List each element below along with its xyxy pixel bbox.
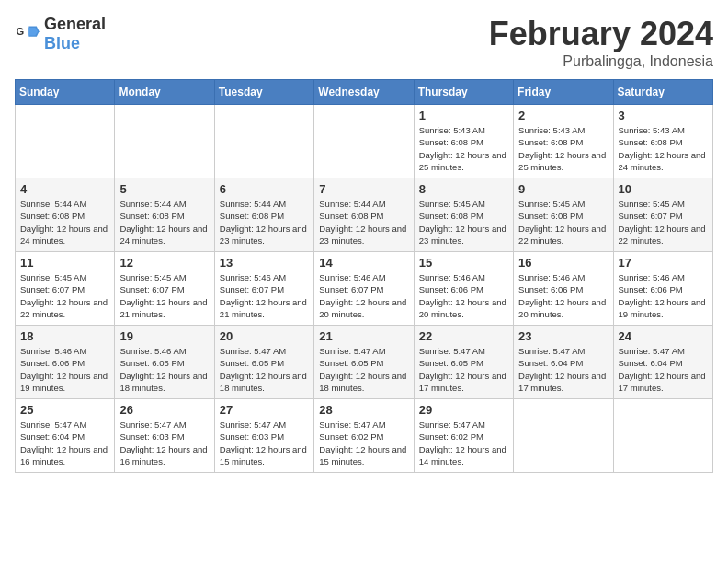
day-info: Sunrise: 5:46 AMSunset: 6:07 PMDaylight:… [319,271,408,320]
header-cell-tuesday: Tuesday [214,80,313,105]
day-cell [16,105,115,178]
day-info: Sunrise: 5:47 AMSunset: 6:02 PMDaylight:… [419,419,508,467]
header-cell-sunday: Sunday [16,80,115,105]
day-number: 19 [119,329,209,343]
day-number: 9 [518,182,608,196]
day-info: Sunrise: 5:47 AMSunset: 6:05 PMDaylight:… [319,345,408,394]
day-number: 26 [119,403,209,417]
day-cell: 18Sunrise: 5:46 AMSunset: 6:06 PMDayligh… [16,326,115,399]
header-cell-friday: Friday [514,80,613,105]
day-info: Sunrise: 5:46 AMSunset: 6:07 PMDaylight:… [220,271,309,320]
day-cell: 24Sunrise: 5:47 AMSunset: 6:04 PMDayligh… [613,326,712,399]
title-block: February 2024 Purbalingga, Indonesia [489,15,713,70]
day-cell: 25Sunrise: 5:47 AMSunset: 6:04 PMDayligh… [16,399,115,473]
calendar-body: 1Sunrise: 5:43 AMSunset: 6:08 PMDaylight… [16,105,713,473]
day-info: Sunrise: 5:47 AMSunset: 6:03 PMDaylight:… [220,419,309,467]
day-number: 10 [619,182,708,196]
day-number: 18 [20,329,109,343]
svg-text:G: G [16,26,24,37]
day-info: Sunrise: 5:47 AMSunset: 6:04 PMDaylight:… [619,345,708,394]
day-number: 3 [619,109,708,122]
day-number: 23 [518,329,608,343]
day-number: 6 [220,182,309,196]
day-number: 12 [119,256,209,270]
day-cell: 2Sunrise: 5:43 AMSunset: 6:08 PMDaylight… [514,105,613,178]
day-number: 21 [319,329,408,343]
day-cell: 17Sunrise: 5:46 AMSunset: 6:06 PMDayligh… [613,252,712,326]
day-cell: 20Sunrise: 5:47 AMSunset: 6:05 PMDayligh… [214,326,313,399]
day-number: 27 [220,403,309,417]
page-header: G General Blue February 2024 Purbalingga… [15,15,713,70]
day-cell: 15Sunrise: 5:46 AMSunset: 6:06 PMDayligh… [414,252,513,326]
day-number: 5 [119,182,209,196]
day-cell: 22Sunrise: 5:47 AMSunset: 6:05 PMDayligh… [414,326,513,399]
day-info: Sunrise: 5:44 AMSunset: 6:08 PMDaylight:… [20,198,109,247]
day-number: 7 [319,182,408,196]
day-number: 16 [518,256,608,270]
day-number: 14 [319,256,408,270]
day-cell: 9Sunrise: 5:45 AMSunset: 6:08 PMDaylight… [514,178,613,252]
calendar-table: SundayMondayTuesdayWednesdayThursdayFrid… [15,79,713,473]
day-info: Sunrise: 5:47 AMSunset: 6:05 PMDaylight:… [220,345,309,394]
week-row-3: 11Sunrise: 5:45 AMSunset: 6:07 PMDayligh… [16,252,713,326]
day-number: 20 [220,329,309,343]
day-info: Sunrise: 5:43 AMSunset: 6:08 PMDaylight:… [619,124,708,173]
day-cell: 26Sunrise: 5:47 AMSunset: 6:03 PMDayligh… [115,399,214,473]
day-cell: 5Sunrise: 5:44 AMSunset: 6:08 PMDaylight… [115,178,214,252]
day-cell: 16Sunrise: 5:46 AMSunset: 6:06 PMDayligh… [514,252,613,326]
day-cell [115,105,214,178]
day-info: Sunrise: 5:43 AMSunset: 6:08 PMDaylight:… [518,124,608,173]
day-info: Sunrise: 5:46 AMSunset: 6:05 PMDaylight:… [119,345,209,394]
day-cell: 29Sunrise: 5:47 AMSunset: 6:02 PMDayligh… [414,399,513,473]
day-number: 24 [619,329,708,343]
day-cell: 28Sunrise: 5:47 AMSunset: 6:02 PMDayligh… [314,399,414,473]
day-number: 11 [20,256,109,270]
day-cell: 14Sunrise: 5:46 AMSunset: 6:07 PMDayligh… [314,252,414,326]
day-number: 8 [419,182,508,196]
day-cell: 3Sunrise: 5:43 AMSunset: 6:08 PMDaylight… [613,105,712,178]
logo-icon: G [15,21,40,47]
header-cell-wednesday: Wednesday [314,80,414,105]
day-number: 13 [220,256,309,270]
day-cell: 11Sunrise: 5:45 AMSunset: 6:07 PMDayligh… [16,252,115,326]
header-cell-thursday: Thursday [414,80,513,105]
day-info: Sunrise: 5:44 AMSunset: 6:08 PMDaylight:… [220,198,309,247]
day-number: 25 [20,403,109,417]
day-cell: 6Sunrise: 5:44 AMSunset: 6:08 PMDaylight… [214,178,313,252]
day-cell: 21Sunrise: 5:47 AMSunset: 6:05 PMDayligh… [314,326,414,399]
day-info: Sunrise: 5:44 AMSunset: 6:08 PMDaylight:… [319,198,408,247]
day-number: 17 [619,256,708,270]
day-info: Sunrise: 5:47 AMSunset: 6:04 PMDaylight:… [518,345,608,394]
week-row-5: 25Sunrise: 5:47 AMSunset: 6:04 PMDayligh… [16,399,713,473]
day-cell: 4Sunrise: 5:44 AMSunset: 6:08 PMDaylight… [16,178,115,252]
logo-blue: Blue [44,34,80,52]
day-info: Sunrise: 5:45 AMSunset: 6:07 PMDaylight:… [619,198,708,247]
header-cell-saturday: Saturday [613,80,712,105]
header-cell-monday: Monday [115,80,214,105]
day-cell: 27Sunrise: 5:47 AMSunset: 6:03 PMDayligh… [214,399,313,473]
week-row-1: 1Sunrise: 5:43 AMSunset: 6:08 PMDaylight… [16,105,713,178]
day-cell: 23Sunrise: 5:47 AMSunset: 6:04 PMDayligh… [514,326,613,399]
day-info: Sunrise: 5:47 AMSunset: 6:03 PMDaylight:… [119,419,209,467]
day-info: Sunrise: 5:46 AMSunset: 6:06 PMDaylight:… [518,271,608,320]
day-info: Sunrise: 5:44 AMSunset: 6:08 PMDaylight:… [119,198,209,247]
logo-text: General Blue [44,15,106,53]
header-row: SundayMondayTuesdayWednesdayThursdayFrid… [16,80,713,105]
week-row-4: 18Sunrise: 5:46 AMSunset: 6:06 PMDayligh… [16,326,713,399]
day-info: Sunrise: 5:47 AMSunset: 6:04 PMDaylight:… [20,419,109,467]
day-number: 15 [419,256,508,270]
day-info: Sunrise: 5:46 AMSunset: 6:06 PMDaylight:… [619,271,708,320]
main-title: February 2024 [489,15,713,53]
day-number: 2 [518,109,608,122]
week-row-2: 4Sunrise: 5:44 AMSunset: 6:08 PMDaylight… [16,178,713,252]
day-info: Sunrise: 5:47 AMSunset: 6:05 PMDaylight:… [419,345,508,394]
day-info: Sunrise: 5:45 AMSunset: 6:07 PMDaylight:… [20,271,109,320]
day-cell [214,105,313,178]
day-cell: 10Sunrise: 5:45 AMSunset: 6:07 PMDayligh… [613,178,712,252]
day-number: 28 [319,403,408,417]
calendar-header: SundayMondayTuesdayWednesdayThursdayFrid… [16,80,713,105]
day-info: Sunrise: 5:46 AMSunset: 6:06 PMDaylight:… [419,271,508,320]
day-info: Sunrise: 5:45 AMSunset: 6:08 PMDaylight:… [518,198,608,247]
day-info: Sunrise: 5:43 AMSunset: 6:08 PMDaylight:… [419,124,508,173]
day-info: Sunrise: 5:45 AMSunset: 6:07 PMDaylight:… [119,271,209,320]
